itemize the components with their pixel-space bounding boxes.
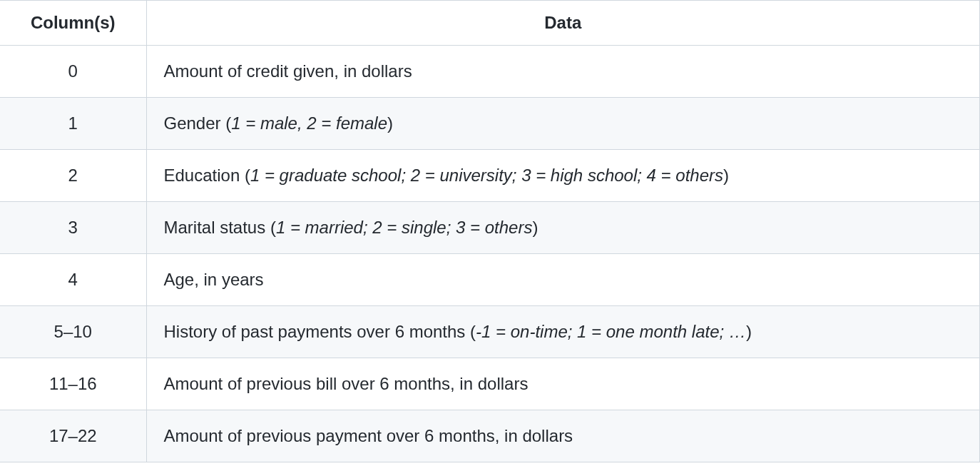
- cell-column: 4: [0, 254, 146, 306]
- table-row: 11–16 Amount of previous bill over 6 mon…: [0, 358, 980, 410]
- cell-column: 3: [0, 202, 146, 254]
- header-columns: Column(s): [0, 1, 146, 46]
- cell-data: Education (1 = graduate school; 2 = univ…: [146, 150, 980, 202]
- table-header-row: Column(s) Data: [0, 1, 980, 46]
- table-row: 17–22 Amount of previous payment over 6 …: [0, 410, 980, 462]
- cell-column: 17–22: [0, 410, 146, 462]
- cell-data: Amount of previous payment over 6 months…: [146, 410, 980, 462]
- cell-data: History of past payments over 6 months (…: [146, 306, 980, 358]
- table-row: 3 Marital status (1 = married; 2 = singl…: [0, 202, 980, 254]
- table-row: 5–10 History of past payments over 6 mon…: [0, 306, 980, 358]
- cell-column: 0: [0, 46, 146, 98]
- cell-column: 1: [0, 98, 146, 150]
- data-dictionary-table: Column(s) Data 0 Amount of credit given,…: [0, 0, 980, 462]
- cell-data: Marital status (1 = married; 2 = single;…: [146, 202, 980, 254]
- table-row: 0 Amount of credit given, in dollars: [0, 46, 980, 98]
- table-row: 4 Age, in years: [0, 254, 980, 306]
- cell-column: 2: [0, 150, 146, 202]
- cell-data: Age, in years: [146, 254, 980, 306]
- cell-column: 11–16: [0, 358, 146, 410]
- cell-data: Amount of credit given, in dollars: [146, 46, 980, 98]
- cell-data: Gender (1 = male, 2 = female): [146, 98, 980, 150]
- header-data: Data: [146, 1, 980, 46]
- cell-data: Amount of previous bill over 6 months, i…: [146, 358, 980, 410]
- table-row: 1 Gender (1 = male, 2 = female): [0, 98, 980, 150]
- cell-column: 5–10: [0, 306, 146, 358]
- table-row: 2 Education (1 = graduate school; 2 = un…: [0, 150, 980, 202]
